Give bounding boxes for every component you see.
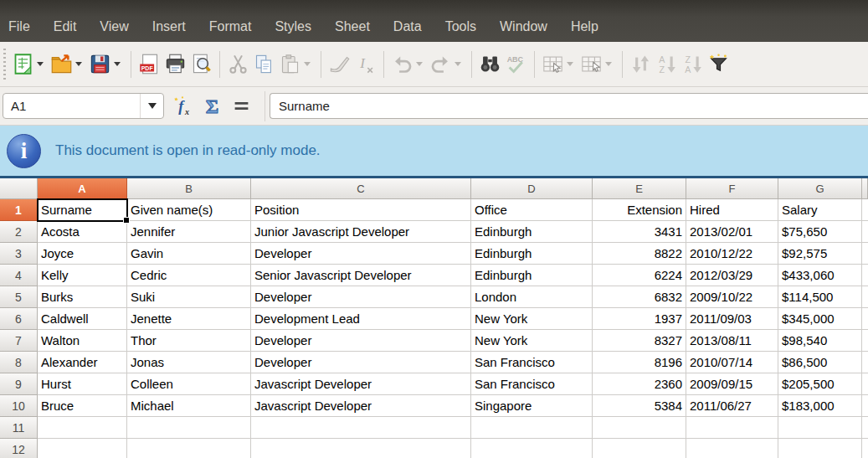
cell-D5[interactable]: London [471,286,593,308]
cell-G6[interactable]: $345,000 [778,308,862,330]
cell-E12[interactable] [593,439,686,458]
cell-C12[interactable] [251,439,471,458]
cell-B2[interactable]: Jennifer [127,221,251,243]
paste-button[interactable] [278,51,315,77]
cell-E3[interactable]: 8822 [593,243,686,265]
menu-format[interactable]: Format [207,18,254,36]
column-header-B[interactable]: B [127,178,251,199]
cell-F1[interactable]: Hired [686,199,778,221]
cell-H8[interactable] [862,352,868,373]
row-header-1[interactable]: 1 [0,199,38,221]
row-header-12[interactable]: 12 [0,439,38,458]
row-header-3[interactable]: 3 [0,243,38,265]
export-pdf-button[interactable]: PDF [137,51,162,77]
cell-H4[interactable] [862,265,868,286]
menu-window[interactable]: Window [497,18,550,36]
cell-B6[interactable]: Jenette [127,308,251,330]
chevron-down-icon[interactable] [605,62,612,66]
chevron-down-icon[interactable] [75,62,82,66]
cell-A7[interactable]: Walton [38,330,127,352]
cell-B8[interactable]: Jonas [127,352,251,373]
cell-H10[interactable] [862,395,868,417]
find-replace-button[interactable] [478,51,502,77]
cell-E2[interactable]: 3431 [593,221,686,243]
cell-F7[interactable]: 2013/08/11 [686,330,778,352]
cell-E9[interactable]: 2360 [593,373,686,395]
cell-D10[interactable]: Singapore [471,395,593,417]
redo-button[interactable] [429,51,465,77]
cell-C6[interactable]: Development Lead [251,308,471,330]
cell-G11[interactable] [778,417,862,439]
cell-H1[interactable] [862,199,868,221]
cell-F6[interactable]: 2011/09/03 [686,308,778,330]
row-button[interactable] [541,51,578,77]
cell-G9[interactable]: $205,500 [778,373,862,395]
undo-button[interactable] [390,51,427,77]
cell-B9[interactable]: Colleen [127,373,251,395]
cell-H12[interactable] [862,439,868,458]
clone-formatting-button[interactable] [327,51,352,77]
row-header-8[interactable]: 8 [0,352,38,373]
menu-help[interactable]: Help [568,18,601,36]
chevron-down-icon[interactable] [567,62,573,66]
cell-C3[interactable]: Developer [251,243,471,265]
cell-G7[interactable]: $98,540 [778,330,862,352]
cell-G8[interactable]: $86,500 [778,352,862,373]
column-header-F[interactable]: F [686,178,778,199]
cell-C7[interactable]: Developer [251,330,471,352]
cell-A10[interactable]: Bruce [38,395,127,417]
cell-reference[interactable]: A1 [3,99,140,113]
menu-tools[interactable]: Tools [443,18,479,36]
cell-A9[interactable]: Hurst [38,373,127,395]
save-button[interactable] [88,51,125,77]
cell-G12[interactable] [778,439,862,458]
row-header-7[interactable]: 7 [0,330,38,352]
column-header-E[interactable]: E [593,178,686,199]
sort-descending-button[interactable]: ZA [681,51,705,77]
print-preview-button[interactable] [189,51,213,77]
cell-D1[interactable]: Office [471,199,593,221]
menu-styles[interactable]: Styles [272,18,314,36]
cell-B4[interactable]: Cedric [127,265,251,286]
cell-H2[interactable] [862,221,868,243]
copy-button[interactable] [252,51,276,77]
cell-G3[interactable]: $92,575 [778,243,862,265]
cell-B10[interactable]: Michael [127,395,251,417]
column-header-C[interactable]: C [251,178,471,199]
spelling-button[interactable]: ABC [504,51,528,77]
chevron-down-icon[interactable] [114,62,121,66]
sort-button[interactable] [629,51,653,77]
cell-F12[interactable] [686,439,778,458]
cell-C8[interactable]: Developer [251,352,471,373]
cell-D12[interactable] [471,439,593,458]
cell-C4[interactable]: Senior Javascript Developer [251,265,471,286]
toolbar-drag-handle[interactable] [3,49,7,80]
autofilter-button[interactable] [706,51,731,77]
cell-C9[interactable]: Javascript Developer [251,373,471,395]
cell-B11[interactable] [127,417,251,439]
cell-C11[interactable] [251,417,471,439]
cell-F5[interactable]: 2009/10/22 [686,286,778,308]
cell-F4[interactable]: 2012/03/29 [686,265,778,286]
cell-F3[interactable]: 2010/12/22 [686,243,778,265]
select-all-corner[interactable] [0,178,38,199]
cell-F10[interactable]: 2011/06/27 [686,395,778,417]
equals-button[interactable] [230,95,253,117]
clear-formatting-button[interactable]: I [353,51,378,77]
cell-H5[interactable] [862,286,868,308]
cell-D11[interactable] [471,417,593,439]
cut-button[interactable] [226,51,250,77]
column-button[interactable] [579,51,616,77]
cell-G2[interactable]: $75,650 [778,221,862,243]
cell-B1[interactable]: Given name(s) [127,199,251,221]
new-document-button[interactable] [11,51,48,77]
cell-F8[interactable]: 2010/07/14 [686,352,778,373]
chevron-down-icon[interactable] [304,62,311,66]
cell-B3[interactable]: Gavin [127,243,251,265]
cell-C10[interactable]: Javascript Developer [251,395,471,417]
cell-H11[interactable] [862,417,868,439]
cell-D8[interactable]: San Francisco [471,352,593,373]
row-header-9[interactable]: 9 [0,373,38,395]
menu-edit[interactable]: Edit [51,18,80,36]
cell-E10[interactable]: 5384 [593,395,686,417]
